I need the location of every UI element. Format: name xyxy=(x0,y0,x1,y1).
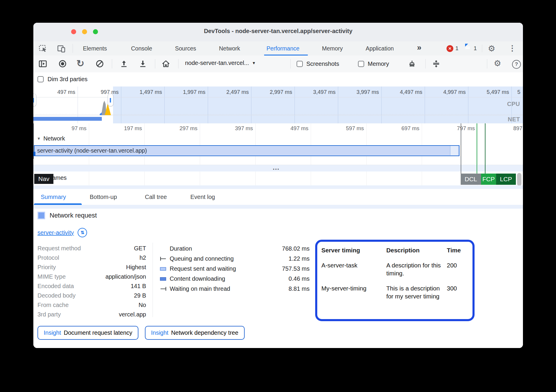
more-tabs-icon[interactable]: » xyxy=(417,43,421,52)
save-profile-icon[interactable] xyxy=(138,59,147,68)
timeline-tick: 297 ms xyxy=(156,125,197,132)
field-row: Protocolh2 xyxy=(37,253,146,262)
network-request-bar[interactable]: server-activity (node-server-tan.vercel.… xyxy=(34,145,459,156)
network-group-header[interactable]: ▼ Network xyxy=(37,135,65,142)
dim-3rd-parties-label[interactable]: Dim 3rd parties xyxy=(48,76,88,83)
main-thread-whisker-icon xyxy=(160,286,167,291)
timeline-tracks[interactable]: 97 ms 197 ms 297 ms 397 ms 497 ms 597 ms… xyxy=(33,123,523,189)
dcl-marker-badge[interactable]: DCL xyxy=(461,174,481,185)
timeline-overview[interactable]: 497 ms 997 ms 1,497 ms 1,997 ms 2,497 ms… xyxy=(33,86,523,123)
request-link[interactable]: server-activity xyxy=(37,229,74,236)
timing-row: Request sent and waiting757.53 ms xyxy=(160,264,310,274)
dim-3rd-parties-checkbox[interactable] xyxy=(37,76,44,82)
timeline-tick: 697 ms xyxy=(377,125,419,132)
overview-tick: 3,997 ms xyxy=(341,89,379,95)
nav-tooltip-badge: Nav xyxy=(34,174,53,184)
device-toolbar-icon[interactable] xyxy=(57,44,66,53)
toggle-sidebar-icon[interactable] xyxy=(38,59,47,68)
server-timing-desc: This is a description for my server timi… xyxy=(386,284,443,300)
collapsed-tracks-band[interactable]: … xyxy=(33,165,523,172)
tab-sources[interactable]: Sources xyxy=(175,41,196,55)
insight-document-request-latency-button[interactable]: InsightDocument request latency xyxy=(37,326,138,340)
overview-tick: 1,497 ms xyxy=(124,89,162,95)
help-icon[interactable]: ? xyxy=(512,60,521,69)
request-bar-left-handle[interactable] xyxy=(33,152,35,156)
time-header: Time xyxy=(447,246,463,254)
tab-bottom-up[interactable]: Bottom-up xyxy=(90,189,117,205)
divider xyxy=(290,59,291,68)
request-fields: Request methodGET Protocolh2 PriorityHig… xyxy=(37,244,146,319)
bottom-band xyxy=(33,185,523,189)
gridline xyxy=(208,86,208,123)
timeline-tick: 797 ms xyxy=(433,125,475,132)
field-row: Decoded body29 B xyxy=(37,291,146,300)
gridline xyxy=(425,86,425,123)
gridline xyxy=(468,86,468,123)
settings-gear-icon[interactable]: ⚙ xyxy=(488,44,495,53)
server-timing-name: My-server-timing xyxy=(321,284,382,300)
tab-console[interactable]: Console xyxy=(131,41,152,55)
collapsed-ellipsis[interactable]: … xyxy=(272,163,280,172)
performance-toolbar: ↻ node-server-tan.vercel... ▼ Screenshot… xyxy=(33,55,523,73)
network-request-bar-label: server-activity (node-server-tan.vercel.… xyxy=(37,147,147,154)
error-count[interactable]: 1 xyxy=(455,45,459,52)
overview-ruler-border xyxy=(33,97,523,97)
tab-elements[interactable]: Elements xyxy=(83,41,107,55)
error-count-icon[interactable]: ✕ xyxy=(447,45,453,52)
tab-call-tree[interactable]: Call tree xyxy=(145,189,167,205)
screenshots-label[interactable]: Screenshots xyxy=(306,61,339,67)
field-row: Encoded data141 B xyxy=(37,281,146,291)
reload-and-record-icon[interactable]: ↻ xyxy=(76,58,84,69)
spacer xyxy=(160,246,167,251)
lcp-marker-badge[interactable]: LCP xyxy=(496,174,516,185)
server-timing-header: Server timing xyxy=(321,246,382,254)
clear-icon[interactable] xyxy=(95,59,104,68)
request-bar-resize-handle[interactable] xyxy=(450,146,458,155)
timing-breakdown: Duration768.02 ms Queuing and connecting… xyxy=(160,244,310,294)
overview-tick: 3,497 ms xyxy=(298,89,336,95)
section-title: Network request xyxy=(50,212,97,219)
tab-application[interactable]: Application xyxy=(366,41,394,55)
overview-tick: 4,497 ms xyxy=(385,89,422,95)
record-icon[interactable] xyxy=(58,59,67,68)
timing-row: Waiting on main thread8.81 ms xyxy=(160,284,310,294)
summary-panel: Network request server-activity ⇅ Reques… xyxy=(33,209,523,348)
insight-buttons: InsightDocument request latency InsightN… xyxy=(37,326,250,340)
home-icon[interactable] xyxy=(161,59,170,68)
dim-row: Dim 3rd parties xyxy=(33,72,523,87)
gridline xyxy=(295,86,295,123)
memory-label[interactable]: Memory xyxy=(368,61,389,67)
insight-network-dependency-tree-button[interactable]: InsightNetwork dependency tree xyxy=(145,326,245,340)
memory-checkbox[interactable] xyxy=(358,61,364,67)
tab-network[interactable]: Network xyxy=(219,41,240,55)
chevron-down-icon: ▼ xyxy=(252,61,256,65)
tab-memory[interactable]: Memory xyxy=(322,41,343,55)
tab-summary[interactable]: Summary xyxy=(41,189,66,205)
panel-settings-gear-icon[interactable]: ⚙ xyxy=(494,58,501,68)
lcp-marker-line xyxy=(485,123,485,174)
inspect-icon[interactable] xyxy=(39,44,48,53)
timing-row: Queuing and connecting1.22 ms xyxy=(160,254,310,264)
page-selector-dropdown[interactable]: node-server-tan.vercel... ▼ xyxy=(185,60,256,66)
screenshot-root: { "titlebar": { "title": "DevTools - nod… xyxy=(0,0,556,392)
load-profile-icon[interactable] xyxy=(120,59,128,68)
screenshots-checkbox[interactable] xyxy=(297,61,303,67)
net-label: NET xyxy=(508,116,520,123)
overview-net-border xyxy=(33,115,523,115)
gridline xyxy=(251,86,251,123)
overview-left-handle[interactable]: ∥ xyxy=(33,94,36,106)
issues-count[interactable]: 1 xyxy=(474,45,477,52)
vertical-scrollbar-thumb[interactable] xyxy=(517,173,521,186)
overview-tick: 5,497 ms xyxy=(471,89,509,95)
fcp-marker-badge[interactable]: FCP xyxy=(481,174,496,185)
reveal-in-network-icon[interactable]: ⇅ xyxy=(78,228,87,237)
kebab-menu-icon[interactable]: ⋮ xyxy=(508,44,516,53)
shortcuts-collapse-icon[interactable] xyxy=(432,59,441,68)
garbage-collect-icon[interactable] xyxy=(408,59,416,68)
overview-right-handle[interactable]: ∥ xyxy=(108,94,113,106)
tab-event-log[interactable]: Event log xyxy=(190,189,215,205)
divider xyxy=(482,45,482,52)
tab-performance[interactable]: Performance xyxy=(266,41,300,55)
timeline-tick: 397 ms xyxy=(211,125,253,132)
field-row: MIME typeapplication/json xyxy=(37,272,146,281)
